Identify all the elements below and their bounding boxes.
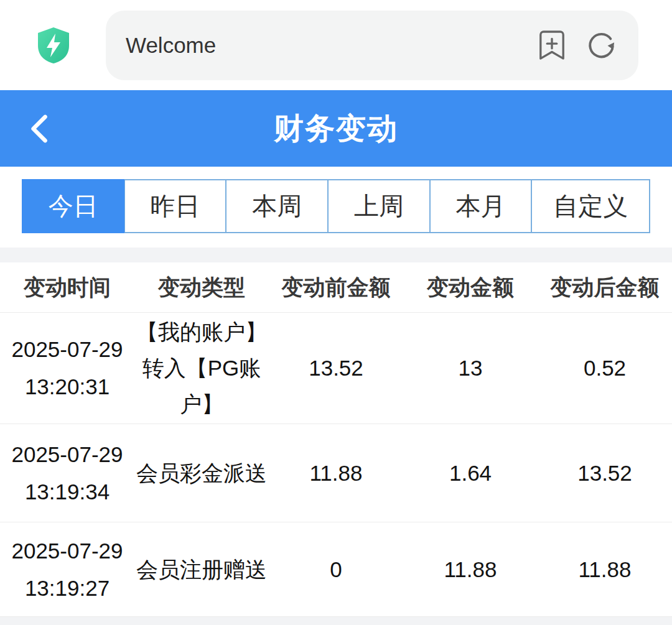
col-change-type: 变动类型: [134, 273, 269, 302]
col-amount-after: 变动后金额: [538, 273, 672, 302]
refresh-button[interactable]: [585, 29, 616, 62]
cell-amount-after: 13.52: [538, 424, 672, 522]
cell-amount-after: 0.52: [538, 313, 672, 424]
cell-clock: 13:19:34: [25, 473, 110, 511]
bookmark-add-icon: [538, 29, 566, 62]
table-row: 2025-07-29 13:20:31 【我的账户】转入【PG账户】 13.52…: [0, 313, 672, 424]
cell-amount-change: 11.88: [403, 522, 538, 616]
col-amount-before: 变动前金额: [269, 273, 403, 302]
tab-yesterday[interactable]: 昨日: [124, 179, 226, 233]
cell-change-time: 2025-07-29 13:20:31: [0, 313, 134, 424]
cell-date: 2025-07-29: [11, 331, 123, 368]
table-row: 2025-07-29 13:19:27 会员注册赠送 0 11.88 11.88: [0, 522, 672, 617]
col-amount-change: 变动金额: [403, 273, 538, 302]
cell-amount-change: 1.64: [403, 424, 538, 522]
cell-change-type: 【我的账户】转入【PG账户】: [134, 313, 269, 424]
cell-change-time: 2025-07-29 13:19:34: [0, 424, 134, 522]
cell-date: 2025-07-29: [11, 436, 123, 473]
cell-amount-after: 11.88: [538, 522, 672, 616]
shield-lightning-icon[interactable]: [36, 26, 71, 65]
cell-clock: 13:19:27: [25, 570, 110, 607]
table-row: 2025-07-29 13:19:34 会员彩金派送 11.88 1.64 13…: [0, 424, 672, 522]
cell-date: 2025-07-29: [11, 532, 123, 570]
tab-this-month[interactable]: 本月: [430, 179, 532, 233]
cell-change-type: 会员彩金派送: [134, 424, 269, 522]
cell-change-time: 2025-07-29 13:19:27: [0, 522, 134, 616]
cell-amount-change: 13: [403, 313, 538, 424]
address-bar-text[interactable]: Welcome: [126, 33, 519, 58]
tab-this-week[interactable]: 本周: [226, 179, 328, 233]
browser-top-bar: Welcome: [0, 0, 672, 90]
tab-today[interactable]: 今日: [22, 179, 124, 233]
section-divider-strip: [0, 248, 672, 262]
bookmark-add-button[interactable]: [536, 29, 567, 62]
cell-amount-before: 13.52: [269, 313, 403, 424]
cell-change-type: 会员注册赠送: [134, 522, 269, 616]
address-bar[interactable]: Welcome: [106, 11, 638, 80]
cell-amount-before: 11.88: [269, 424, 403, 522]
tab-last-week[interactable]: 上周: [328, 179, 430, 233]
col-change-time: 变动时间: [0, 273, 134, 302]
tab-custom[interactable]: 自定义: [531, 179, 650, 233]
date-filter-tabs: 今日 昨日 本周 上周 本月 自定义: [22, 179, 650, 233]
bottom-strip: [0, 617, 672, 625]
table-header-row: 变动时间 变动类型 变动前金额 变动金额 变动后金额: [0, 262, 672, 313]
refresh-icon: [585, 30, 616, 61]
cell-clock: 13:20:31: [25, 368, 110, 405]
page-header: 财务变动: [0, 90, 672, 167]
cell-amount-before: 0: [269, 522, 403, 616]
page-title: 财务变动: [0, 109, 672, 149]
